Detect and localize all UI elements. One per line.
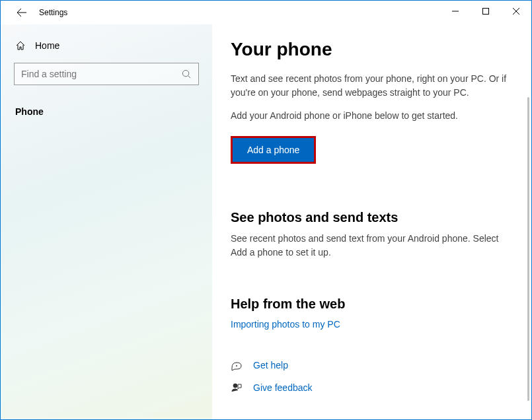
give-feedback-link[interactable]: Give feedback (253, 382, 313, 393)
add-phone-button[interactable]: Add a phone (233, 138, 314, 162)
back-arrow-icon (17, 7, 27, 18)
home-label: Home (35, 40, 59, 51)
search-box[interactable] (14, 63, 199, 85)
home-nav[interactable]: Home (14, 35, 199, 63)
back-button[interactable] (13, 3, 31, 22)
give-feedback-row[interactable]: Give feedback (231, 382, 513, 394)
get-help-link[interactable]: Get help (253, 360, 288, 370)
svg-line-5 (188, 75, 190, 77)
svg-point-4 (182, 70, 188, 76)
help-link-import[interactable]: Importing photos to my PC (231, 319, 340, 330)
search-input[interactable] (21, 69, 182, 79)
home-icon (15, 40, 26, 51)
svg-point-6 (236, 365, 237, 367)
add-phone-highlight: Add a phone (231, 136, 316, 164)
get-help-row[interactable]: Get help (231, 359, 513, 371)
svg-point-7 (233, 384, 237, 388)
svg-rect-1 (483, 9, 489, 15)
help-heading: Help from the web (231, 297, 513, 312)
photos-section: See photos and send texts See recent pho… (231, 210, 513, 260)
maximize-icon (482, 8, 489, 15)
window-controls (440, 1, 531, 22)
close-button[interactable] (501, 1, 531, 22)
window-title: Settings (39, 8, 67, 17)
intro-text-1: Text and see recent photos from your pho… (231, 72, 508, 100)
feedback-icon (231, 382, 243, 394)
search-icon (182, 69, 192, 79)
sidebar: Home Phone (1, 24, 212, 419)
maximize-button[interactable] (471, 1, 501, 22)
photos-text: See recent photos and send text from you… (231, 232, 508, 260)
page-title: Your phone (231, 39, 513, 60)
content-area: Your phone Text and see recent photos fr… (212, 24, 531, 419)
close-icon (513, 8, 519, 15)
get-help-icon (231, 359, 243, 371)
sidebar-item-phone[interactable]: Phone (14, 100, 199, 123)
minimize-icon (452, 8, 459, 15)
help-web-section: Help from the web Importing photos to my… (231, 297, 513, 330)
minimize-button[interactable] (440, 1, 471, 22)
scrollbar[interactable] (527, 97, 529, 401)
photos-heading: See photos and send texts (231, 210, 513, 225)
intro-text-2: Add your Android phone or iPhone below t… (231, 109, 508, 123)
